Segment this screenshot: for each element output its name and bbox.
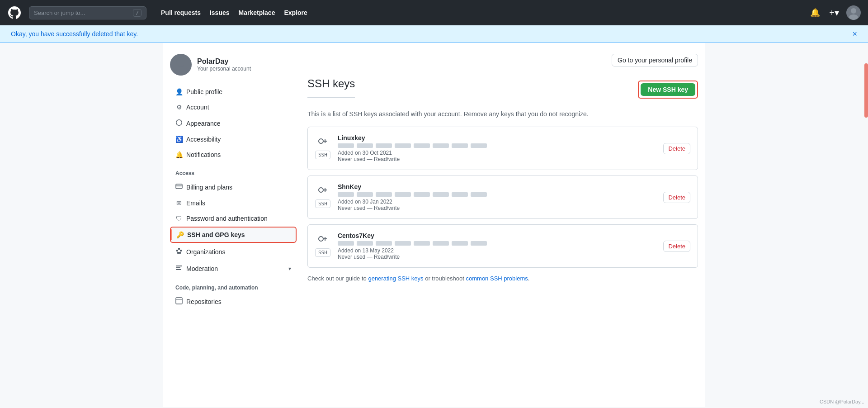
sidebar-subtext: Your personal account: [197, 66, 251, 72]
sidebar-item-public-profile[interactable]: 👤 Public profile: [170, 85, 297, 99]
sidebar-item-billing[interactable]: Billing and plans: [170, 179, 297, 195]
notifications-icon[interactable]: 🔔: [808, 6, 822, 19]
issues-link[interactable]: Issues: [206, 6, 233, 19]
generating-ssh-keys-link[interactable]: generating SSH keys: [368, 275, 423, 282]
ssh-badge: SSH: [315, 199, 330, 208]
sidebar-item-account[interactable]: ⚙ Account: [170, 100, 297, 114]
sidebar-user-info: PolarDay Your personal account: [197, 57, 251, 72]
ssh-key-icon-area: SSH: [315, 183, 330, 208]
key-icon-large: [317, 183, 328, 197]
sidebar-item-label: Appearance: [186, 120, 221, 127]
fp-block: [414, 241, 430, 246]
new-ssh-key-button[interactable]: New SSH key: [641, 83, 695, 96]
shield-icon: 🛡: [175, 215, 183, 222]
gear-icon: ⚙: [175, 104, 183, 111]
sidebar-item-label: Repositories: [186, 298, 222, 305]
ssh-key-usage: Never used — Read/write: [338, 254, 656, 260]
fp-block: [376, 192, 392, 197]
fp-block: [357, 241, 373, 246]
svg-point-2: [176, 57, 185, 66]
footer-text-after: .: [528, 275, 530, 282]
ssh-header-row: SSH keys New SSH key: [307, 77, 698, 101]
ssh-key-added: Added on 30 Jan 2022: [338, 199, 656, 205]
delete-key-button-0[interactable]: Delete: [663, 143, 690, 154]
key-icon-large: [317, 232, 328, 246]
fp-block: [395, 192, 411, 197]
access-section-label: Access: [170, 166, 297, 178]
email-icon: ✉: [175, 199, 183, 207]
topnav-links: Pull requests Issues Marketplace Explore: [157, 6, 311, 19]
sidebar-username: PolarDay: [197, 57, 251, 66]
sidebar-item-ssh-gpg[interactable]: 🔑 SSH and GPG keys: [170, 227, 297, 243]
fp-block: [433, 192, 449, 197]
content-header-row: Go to your personal profile: [307, 54, 698, 66]
topnav-right: 🔔 +▾: [808, 5, 861, 20]
person-icon: 👤: [175, 88, 183, 95]
delete-key-button-2[interactable]: Delete: [663, 241, 690, 252]
sidebar-item-label: SSH and GPG keys: [187, 231, 245, 238]
sidebar-item-label: Accessibility: [186, 136, 221, 143]
new-ssh-btn-wrapper: New SSH key: [638, 81, 698, 99]
fp-block: [452, 241, 468, 246]
sidebar-item-organizations[interactable]: Organizations: [170, 244, 297, 260]
scrollbar[interactable]: [864, 63, 868, 118]
sidebar-item-password-auth[interactable]: 🛡 Password and authentication: [170, 211, 297, 226]
ssh-key-icon-area: SSH: [315, 134, 330, 159]
content-area: Go to your personal profile SSH keys New…: [307, 54, 698, 396]
sidebar-avatar: [170, 54, 192, 76]
sidebar-item-label: Billing and plans: [186, 184, 232, 191]
ssh-badge: SSH: [315, 151, 330, 159]
svg-rect-14: [176, 298, 182, 304]
pull-requests-link[interactable]: Pull requests: [157, 6, 204, 19]
personal-profile-button[interactable]: Go to your personal profile: [612, 54, 698, 66]
key-icon: 🔑: [176, 231, 184, 238]
footer-text-before: Check out our guide to: [307, 275, 368, 282]
svg-point-3: [174, 66, 188, 76]
section-desc: This is a list of SSH keys associated wi…: [307, 110, 698, 118]
ssh-key-card-0: SSH Linuxkey Added on 30 Oct 2021: [307, 127, 698, 170]
main-layout: PolarDay Your personal account 👤 Public …: [163, 43, 705, 407]
sidebar-nav: 👤 Public profile ⚙ Account Appearance ♿ …: [170, 85, 297, 309]
sidebar-item-emails[interactable]: ✉ Emails: [170, 196, 297, 210]
ssh-key-details: Centos7Key Added on 13 May 2022 Never us…: [338, 232, 656, 260]
search-shortcut: /: [133, 9, 142, 17]
fp-block: [433, 143, 449, 148]
svg-rect-11: [176, 266, 182, 266]
sidebar-item-label: Public profile: [186, 88, 222, 95]
org-icon: [175, 247, 183, 256]
fp-block: [395, 143, 411, 148]
user-avatar[interactable]: [846, 5, 861, 20]
sidebar-item-accessibility[interactable]: ♿ Accessibility: [170, 132, 297, 147]
explore-link[interactable]: Explore: [280, 6, 311, 19]
ssh-key-name: Linuxkey: [338, 134, 656, 142]
ssh-key-added: Added on 13 May 2022: [338, 247, 656, 254]
ssh-key-details: ShnKey Added on 30 Jan 2022 Never used —…: [338, 183, 656, 211]
add-icon[interactable]: +▾: [827, 5, 841, 20]
sidebar-item-moderation[interactable]: Moderation ▾: [170, 261, 297, 276]
fp-block: [338, 143, 354, 148]
ssh-key-usage: Never used — Read/write: [338, 205, 656, 211]
fp-block: [452, 192, 468, 197]
fp-block: [395, 241, 411, 246]
sidebar-item-notifications[interactable]: 🔔 Notifications: [170, 147, 297, 162]
delete-key-button-1[interactable]: Delete: [663, 192, 690, 203]
svg-point-1: [849, 14, 858, 20]
sidebar-item-repositories[interactable]: Repositories: [170, 294, 297, 309]
search-bar[interactable]: Search or jump to... /: [29, 6, 146, 19]
fp-block: [452, 143, 468, 148]
github-logo[interactable]: [7, 5, 22, 20]
marketplace-link[interactable]: Marketplace: [235, 6, 279, 19]
fp-block: [357, 192, 373, 197]
svg-rect-7: [178, 248, 180, 250]
ssh-key-card-1: SSH ShnKey Added on 30 Jan 2022: [307, 176, 698, 219]
sidebar-item-label: Password and authentication: [186, 215, 268, 222]
common-ssh-problems-link[interactable]: common SSH problems: [466, 275, 528, 282]
sidebar-item-label: Notifications: [186, 151, 221, 158]
sidebar-item-label: Moderation: [186, 265, 218, 272]
fp-block: [376, 241, 392, 246]
billing-icon: [175, 183, 183, 191]
svg-rect-12: [176, 267, 180, 268]
banner-close-button[interactable]: ×: [852, 30, 857, 38]
ssh-key-name: ShnKey: [338, 183, 656, 190]
sidebar-item-appearance[interactable]: Appearance: [170, 115, 297, 131]
